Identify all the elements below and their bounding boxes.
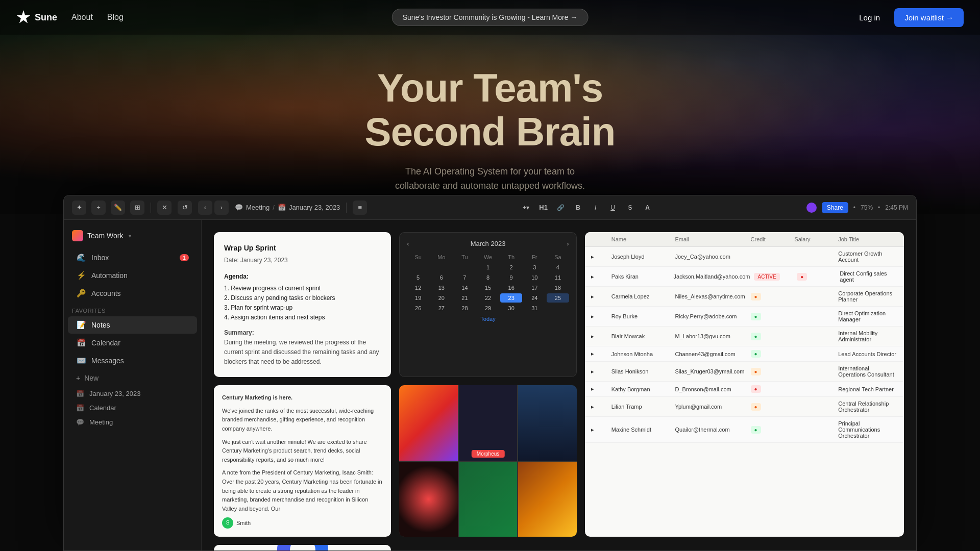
photo-grid-card: Morpheus bbox=[399, 385, 576, 537]
table-row[interactable]: ▸ Roy Burke Ricky.Perry@adobe.com ● Dire… bbox=[585, 307, 904, 327]
join-waitlist-button[interactable]: Join waitlist → bbox=[894, 8, 964, 27]
cal-day-8[interactable]: 8 bbox=[477, 273, 499, 282]
cal-day-empty-1 bbox=[407, 263, 429, 272]
investor-banner[interactable]: Sune's Investor Community is Growing - L… bbox=[392, 9, 589, 26]
toolbar-strikethrough-button[interactable]: S bbox=[624, 201, 637, 214]
table-row[interactable]: ▸ Lilian Tramp Yplum@gmail.com ● Central… bbox=[585, 397, 904, 417]
cal-header-we: We bbox=[477, 253, 499, 262]
sidebar-accounts-label: Accounts bbox=[91, 289, 121, 297]
sidebar-item-inbox[interactable]: 🌊 Inbox 1 bbox=[68, 249, 197, 266]
cal-day-30[interactable]: 30 bbox=[500, 304, 523, 313]
cal-day-3[interactable]: 3 bbox=[523, 263, 546, 272]
table-row[interactable]: ▸ Silas Honikson Silas_Kruger03@ymail.co… bbox=[585, 362, 904, 382]
hero-title-line2: Second Brain bbox=[365, 109, 616, 154]
toolbar-insert-button[interactable]: +▾ bbox=[520, 201, 533, 214]
calendar-next-button[interactable]: › bbox=[567, 240, 569, 247]
toolbar-h1-button[interactable]: H1 bbox=[537, 201, 550, 214]
toolbar-plus-button[interactable]: + bbox=[91, 201, 106, 215]
cal-day-21[interactable]: 21 bbox=[454, 293, 476, 303]
table-row[interactable]: ▸ Joseph Lloyd Joey_Ca@yahoo.com Custome… bbox=[585, 247, 904, 267]
cal-day-27[interactable]: 27 bbox=[430, 304, 453, 313]
sidebar-item-messages[interactable]: ✉️ Messages bbox=[68, 352, 197, 369]
toolbar-forward-button[interactable]: › bbox=[214, 201, 229, 215]
breadcrumb-meeting-label[interactable]: Meeting bbox=[246, 204, 270, 211]
sidebar-date-jan[interactable]: 📅 January 23, 2023 bbox=[68, 387, 197, 400]
summary-title: Summary: bbox=[224, 329, 254, 336]
table-row[interactable]: ▸ Paks Kiran Jackson.Maitland@yahoo.com … bbox=[585, 267, 904, 287]
toolbar-italic-button[interactable]: I bbox=[589, 201, 602, 214]
cal-header-su: Su bbox=[407, 253, 429, 262]
email-para2: We just can't wait another minute! We ar… bbox=[222, 438, 383, 465]
table-row[interactable]: ▸ Kathy Borgman D_Bronson@mail.com ● Reg… bbox=[585, 382, 904, 397]
sidebar-meeting-item[interactable]: 💬 Meeting bbox=[68, 415, 197, 429]
sidebar-item-accounts[interactable]: 🔑 Accounts bbox=[68, 285, 197, 302]
table-row[interactable]: ▸ Johnson Mtonha Channen43@gmail.com ● L… bbox=[585, 346, 904, 362]
cal-day-23-today[interactable]: 23 bbox=[500, 293, 523, 303]
sidebar-item-automation[interactable]: ⚡ Automation bbox=[68, 267, 197, 284]
cal-day-empty-end bbox=[547, 304, 569, 313]
morpheus-label: Morpheus bbox=[472, 450, 504, 458]
cal-day-1[interactable]: 1 bbox=[477, 263, 499, 272]
toolbar-underline-button[interactable]: U bbox=[606, 201, 620, 214]
sidebar-calendar-item[interactable]: 📅 Calendar bbox=[68, 401, 197, 415]
toolbar-edit-button[interactable]: ✏️ bbox=[111, 201, 125, 215]
cal-day-18[interactable]: 18 bbox=[547, 283, 569, 292]
table-row[interactable]: ▸ Carmela Lopez Niles_Alexas@anytime.com… bbox=[585, 287, 904, 307]
cal-day-2[interactable]: 2 bbox=[500, 263, 523, 272]
toolbar-refresh-button[interactable]: ↺ bbox=[178, 201, 192, 215]
cal-day-15[interactable]: 15 bbox=[477, 283, 499, 292]
messages-icon: ✉️ bbox=[76, 356, 86, 365]
cal-day-31[interactable]: 31 bbox=[523, 304, 546, 313]
cal-day-17[interactable]: 17 bbox=[523, 283, 546, 292]
cal-day-16[interactable]: 16 bbox=[500, 283, 523, 292]
logo[interactable]: Sune bbox=[16, 10, 57, 24]
breadcrumb-date-label[interactable]: January 23, 2023 bbox=[289, 204, 340, 211]
nav-about-link[interactable]: About bbox=[71, 13, 93, 22]
nav-blog-link[interactable]: Blog bbox=[107, 13, 124, 22]
logo-text: Sune bbox=[35, 12, 57, 23]
cal-day-26[interactable]: 26 bbox=[407, 304, 429, 313]
cal-day-28[interactable]: 28 bbox=[454, 304, 476, 313]
toolbar-bold-button[interactable]: B bbox=[572, 201, 585, 214]
cal-day-22[interactable]: 22 bbox=[477, 293, 499, 303]
app-window: ✦ + ✏️ ⊞ ✕ ↺ ‹ › 💬 Meeting / 📅 January 2… bbox=[63, 195, 917, 551]
cal-day-6[interactable]: 6 bbox=[430, 273, 453, 282]
calendar-prev-button[interactable]: ‹ bbox=[407, 240, 409, 247]
login-button[interactable]: Log in bbox=[851, 9, 888, 26]
cal-day-25[interactable]: 25 bbox=[547, 293, 569, 303]
toolbar-menu-button[interactable]: ≡ bbox=[353, 201, 367, 215]
cal-day-29[interactable]: 29 bbox=[477, 304, 499, 313]
cal-day-11[interactable]: 11 bbox=[547, 273, 569, 282]
toolbar-back-button[interactable]: ‹ bbox=[198, 201, 212, 215]
cal-day-5[interactable]: 5 bbox=[407, 273, 429, 282]
cal-day-14[interactable]: 14 bbox=[454, 283, 476, 292]
col-credit: Credit bbox=[751, 236, 791, 242]
sidebar-item-calendar[interactable]: 📅 Calendar bbox=[68, 334, 197, 352]
toolbar-grid-button[interactable]: ⊞ bbox=[130, 201, 144, 215]
favorites-label: Favorites bbox=[64, 303, 201, 316]
cal-day-4[interactable]: 4 bbox=[547, 263, 569, 272]
sidebar-item-notes[interactable]: 📝 Notes bbox=[68, 316, 197, 334]
cal-day-12[interactable]: 12 bbox=[407, 283, 429, 292]
workspace-selector[interactable]: Team Work ▾ bbox=[64, 226, 201, 248]
toolbar-text-color-button[interactable]: A bbox=[641, 201, 654, 214]
email-para1: We've joined the ranks of the most succe… bbox=[222, 407, 383, 434]
cal-day-19[interactable]: 19 bbox=[407, 293, 429, 303]
table-row[interactable]: ▸ Blair Mowcak M_Labor13@gvu.com ● Inter… bbox=[585, 327, 904, 346]
toolbar-close-button[interactable]: ✕ bbox=[157, 201, 172, 215]
cal-day-20[interactable]: 20 bbox=[430, 293, 453, 303]
calendar-card: ‹ March 2023 › Su Mo Tu We Th Fr Sa bbox=[399, 232, 576, 377]
cal-day-9[interactable]: 9 bbox=[500, 273, 523, 282]
main-content: Wrap Up Sprint Date: January 23, 2023 Ag… bbox=[202, 220, 916, 550]
cal-day-13[interactable]: 13 bbox=[430, 283, 453, 292]
workspace-name: Team Work bbox=[87, 232, 124, 240]
new-button[interactable]: + New bbox=[68, 370, 197, 386]
cal-day-24[interactable]: 24 bbox=[523, 293, 546, 303]
photo-cell-2: Morpheus bbox=[459, 385, 517, 461]
toolbar-add-button[interactable]: ✦ bbox=[72, 201, 86, 215]
cal-day-7[interactable]: 7 bbox=[454, 273, 476, 282]
cal-day-10[interactable]: 10 bbox=[523, 273, 546, 282]
table-row[interactable]: ▸ Maxine Schmidt Quailor@thermal.com ● P… bbox=[585, 417, 904, 443]
toolbar-link-button[interactable]: 🔗 bbox=[554, 201, 568, 214]
share-button[interactable]: Share bbox=[822, 202, 848, 213]
